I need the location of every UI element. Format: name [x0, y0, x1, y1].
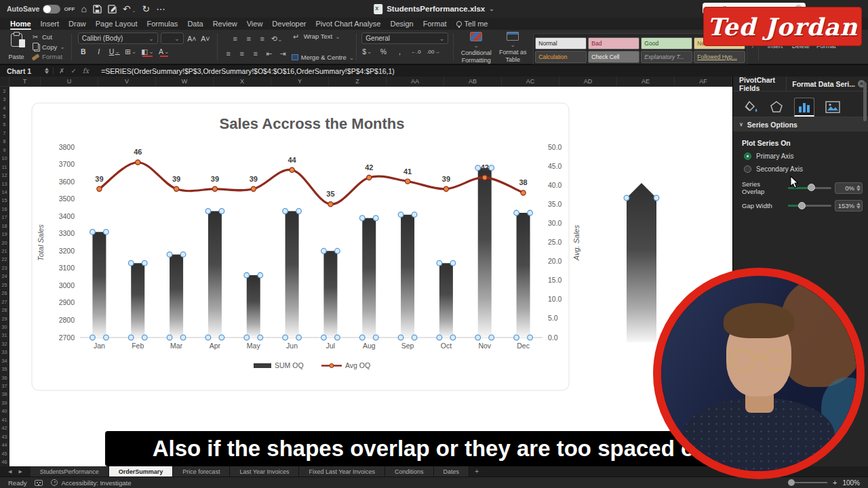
selection-handle[interactable]	[167, 335, 172, 340]
column-header-AF[interactable]: AF	[675, 77, 732, 86]
selection-handle[interactable]	[128, 335, 134, 340]
macro-record-icon[interactable]	[35, 480, 43, 486]
column-header-U[interactable]: U	[41, 77, 98, 86]
legend-label-line[interactable]: Avg OQ	[345, 361, 370, 369]
selection-handle[interactable]	[142, 335, 147, 340]
underline-button[interactable]: U⌄	[109, 46, 120, 57]
align-middle-icon[interactable]: ≡	[244, 35, 254, 43]
selection-handle[interactable]	[359, 216, 365, 221]
row-header-24[interactable]: 24	[0, 272, 9, 281]
selection-handle[interactable]	[104, 335, 109, 340]
chart-title[interactable]: Sales Accross the Months	[219, 115, 404, 132]
bar-Aug[interactable]	[362, 218, 376, 338]
align-center-icon[interactable]: ≡	[237, 50, 247, 57]
selection-handle[interactable]	[180, 252, 186, 258]
column-header-AA[interactable]: AA	[387, 77, 444, 86]
column-header-Y[interactable]: Y	[271, 77, 329, 86]
selection-handle[interactable]	[398, 212, 403, 218]
selection-handle[interactable]	[296, 335, 302, 340]
selection-handle[interactable]	[244, 335, 250, 340]
ribbon-tab-tell-me[interactable]: Tell me	[452, 18, 493, 30]
font-size-select[interactable]: ⌄	[161, 33, 184, 44]
wrap-text-button[interactable]: ↵Wrap Text⌄	[292, 31, 355, 41]
ribbon-tab-design[interactable]: Design	[386, 18, 418, 30]
row-header-27[interactable]: 27	[0, 298, 9, 306]
selection-handle[interactable]	[514, 210, 519, 216]
selection-handle[interactable]	[654, 195, 659, 201]
insert-function-icon[interactable]: fx	[83, 67, 89, 75]
row-header-42[interactable]: 42	[0, 424, 9, 432]
line-marker-Oct[interactable]	[443, 186, 448, 191]
save-as-icon[interactable]	[108, 5, 117, 14]
row-header-20[interactable]: 20	[0, 239, 9, 247]
row-header-4[interactable]: 4	[0, 104, 9, 112]
selection-handle[interactable]	[412, 212, 417, 218]
more-commands-icon[interactable]: ⋯	[156, 4, 165, 14]
row-header-37[interactable]: 37	[0, 382, 9, 390]
ribbon-tab-formulas[interactable]: Formulas	[142, 18, 183, 30]
selection-handle[interactable]	[219, 209, 224, 214]
selection-handle[interactable]	[514, 335, 519, 340]
selection-handle[interactable]	[283, 335, 288, 340]
tab-format-data-series[interactable]: Format Data Seri... ✕	[787, 77, 868, 92]
cell-style-normal[interactable]: Normal	[535, 37, 587, 49]
select-all-corner[interactable]	[0, 77, 9, 87]
row-header-34[interactable]: 34	[0, 357, 9, 365]
undo-icon[interactable]: ↶ ⌄	[123, 4, 136, 14]
selection-handle[interactable]	[450, 260, 456, 266]
row-header-13[interactable]: 13	[0, 180, 9, 188]
align-right-icon[interactable]: ≡	[251, 50, 260, 57]
selection-handle[interactable]	[142, 260, 147, 266]
line-marker-May[interactable]	[251, 186, 256, 191]
row-header-36[interactable]: 36	[0, 373, 9, 382]
orientation-icon[interactable]: ⟲⌄	[271, 35, 281, 43]
gap-width-slider[interactable]	[788, 205, 831, 207]
gap-width-value[interactable]: 153%	[835, 200, 863, 211]
font-color-button[interactable]: A⌄	[159, 46, 170, 57]
selection-handle[interactable]	[128, 260, 134, 266]
format-as-table-button[interactable]: ⌄ Format as Table	[498, 32, 528, 63]
cell-style-good[interactable]: Good	[641, 37, 692, 49]
bar-Sep[interactable]	[401, 215, 414, 338]
selection-handle[interactable]	[205, 335, 211, 340]
pane-scrollbar[interactable]	[863, 82, 867, 121]
conditional-formatting-button[interactable]: ⌄ Conditional Formatting	[458, 32, 494, 64]
sheet-tab-price-forecast[interactable]: Price forecast	[173, 466, 230, 476]
cell-style-bad[interactable]: Bad	[588, 37, 639, 49]
decrease-font-icon[interactable]: A˅	[200, 33, 211, 44]
bar-Feb[interactable]	[131, 263, 144, 338]
format-painter-button[interactable]: Format	[31, 52, 65, 61]
row-header-9[interactable]: 9	[0, 146, 9, 154]
cancel-icon[interactable]: ✗	[59, 67, 64, 75]
cell-style-check-cell[interactable]: Check Cell	[588, 51, 639, 63]
row-header-32[interactable]: 32	[0, 340, 9, 348]
row-header-3[interactable]: 3	[0, 95, 9, 103]
selection-handle[interactable]	[90, 229, 96, 235]
picture-options-icon[interactable]	[825, 98, 840, 117]
effects-icon[interactable]	[770, 98, 783, 117]
sheet-tab-studentsperformance[interactable]: StudentsPerformance	[31, 466, 109, 476]
ribbon-tab-draw[interactable]: Draw	[64, 18, 91, 30]
row-header-43[interactable]: 43	[0, 432, 9, 441]
row-header-6[interactable]: 6	[0, 121, 9, 129]
selection-handle[interactable]	[335, 335, 340, 340]
bar-Apr[interactable]	[208, 211, 222, 338]
line-marker-Dec[interactable]	[521, 190, 526, 195]
selection-handle[interactable]	[489, 335, 494, 340]
selection-handle[interactable]	[321, 248, 327, 253]
selection-handle[interactable]	[296, 209, 302, 214]
sheet-tab-fixed-last-year-invoices[interactable]: Fixed Last Year Invoices	[299, 466, 385, 476]
column-header-W[interactable]: W	[156, 77, 214, 86]
row-header-23[interactable]: 23	[0, 264, 9, 272]
comma-format-icon[interactable]: ,	[394, 46, 405, 57]
formula-input[interactable]: =SERIES(OrderSummary!$P$3,OrderSummary!$…	[94, 67, 395, 75]
ribbon-tab-pivot-chart-analyse[interactable]: Pivot Chart Analyse	[311, 18, 386, 30]
percent-format-icon[interactable]: %	[378, 46, 389, 57]
row-header-19[interactable]: 19	[0, 230, 9, 238]
legend-label-bar[interactable]: SUM OQ	[275, 361, 304, 369]
radio-primary-axis[interactable]: Primary Axis	[733, 150, 868, 163]
selection-handle[interactable]	[258, 335, 263, 340]
line-marker-Jul[interactable]	[328, 202, 333, 207]
line-marker-Nov[interactable]	[482, 175, 487, 180]
selection-handle[interactable]	[450, 335, 456, 340]
